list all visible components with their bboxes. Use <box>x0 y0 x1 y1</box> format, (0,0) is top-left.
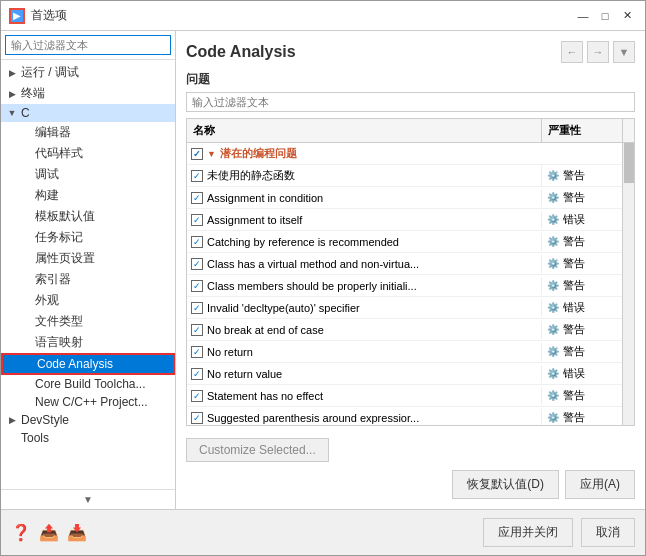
issue-checkbox[interactable] <box>191 170 203 182</box>
sidebar-item-label: Code Analysis <box>37 357 113 371</box>
sidebar-item-label: 终端 <box>21 85 45 102</box>
sidebar-item-run-debug[interactable]: ▶ 运行 / 调试 <box>1 62 175 83</box>
issue-checkbox[interactable] <box>191 192 203 204</box>
issue-name: Assignment to itself <box>207 214 302 226</box>
issue-checkbox[interactable] <box>191 280 203 292</box>
issue-name-cell: Catching by reference is recommended <box>187 233 542 251</box>
sidebar-item-label: 属性页设置 <box>35 250 95 267</box>
table-row: Invalid 'decltype(auto)' specifier ⚙️ 错误 <box>187 297 622 319</box>
sidebar-item-label: 模板默认值 <box>35 208 95 225</box>
issue-checkbox[interactable] <box>191 324 203 336</box>
issue-name: No break at end of case <box>207 324 324 336</box>
group-checkbox[interactable] <box>191 148 203 160</box>
sidebar-item-label: 代码样式 <box>35 145 83 162</box>
apply-button[interactable]: 应用(A) <box>565 470 635 499</box>
scrollbar-thumb[interactable] <box>624 143 634 183</box>
issue-checkbox[interactable] <box>191 236 203 248</box>
spacer-icon <box>19 147 33 161</box>
warning-icon: ⚙️ <box>546 345 560 359</box>
error-icon: ⚙️ <box>546 367 560 381</box>
issue-group-row: ▼ 潜在的编程问题 <box>187 143 622 165</box>
issue-severity-cell: ⚙️ 警告 <box>542 231 622 252</box>
issue-checkbox[interactable] <box>191 214 203 226</box>
sidebar-item-tools[interactable]: Tools <box>1 429 175 447</box>
sidebar-item-task-tags[interactable]: 任务标记 <box>1 227 175 248</box>
warning-icon: ⚙️ <box>546 191 560 205</box>
issue-name-cell: Assignment in condition <box>187 189 542 207</box>
customize-selected-button[interactable]: Customize Selected... <box>186 438 329 462</box>
sidebar-item-code-analysis[interactable]: Code Analysis <box>1 353 175 375</box>
table-row: Suggested parenthesis around expressior.… <box>187 407 622 425</box>
sidebar-item-label: C <box>21 106 30 120</box>
issue-checkbox[interactable] <box>191 346 203 358</box>
issue-checkbox[interactable] <box>191 390 203 402</box>
issues-table: 名称 严重性 ▼ 潜在的编程问题 <box>186 118 635 426</box>
spacer-icon <box>19 336 33 350</box>
table-row: Class has a virtual method and non-virtu… <box>187 253 622 275</box>
panel-title-row: Code Analysis ← → ▼ <box>186 41 635 63</box>
maximize-button[interactable]: □ <box>595 6 615 26</box>
minimize-button[interactable]: — <box>573 6 593 26</box>
sidebar-search-container <box>1 31 175 60</box>
spacer-icon <box>19 315 33 329</box>
apply-close-button[interactable]: 应用并关闭 <box>483 518 573 547</box>
sidebar-item-core-build[interactable]: Core Build Toolcha... <box>1 375 175 393</box>
close-button[interactable]: ✕ <box>617 6 637 26</box>
help-icon[interactable]: ❓ <box>11 523 31 542</box>
issue-checkbox[interactable] <box>191 368 203 380</box>
sidebar-search-input[interactable] <box>5 35 171 55</box>
table-row: 未使用的静态函数 ⚙️ 警告 <box>187 165 622 187</box>
sidebar-item-label: 运行 / 调试 <box>21 64 79 81</box>
sidebar-item-template-defaults[interactable]: 模板默认值 <box>1 206 175 227</box>
sidebar-item-label: 语言映射 <box>35 334 83 351</box>
issue-checkbox[interactable] <box>191 412 203 424</box>
nav-forward-button[interactable]: → <box>587 41 609 63</box>
vertical-scrollbar[interactable] <box>622 143 634 425</box>
sidebar-item-terminal[interactable]: ▶ 终端 <box>1 83 175 104</box>
severity-label: 警告 <box>563 344 585 359</box>
sidebar-item-file-types[interactable]: 文件类型 <box>1 311 175 332</box>
chevron-right-icon: ▶ <box>5 87 19 101</box>
severity-label: 警告 <box>563 322 585 337</box>
sidebar-item-devstyle[interactable]: ▶ DevStyle <box>1 411 175 429</box>
sidebar-item-editor[interactable]: 编辑器 <box>1 122 175 143</box>
severity-label: 警告 <box>563 234 585 249</box>
nav-dropdown-button[interactable]: ▼ <box>613 41 635 63</box>
severity-label: 警告 <box>563 388 585 403</box>
export-icon[interactable]: 📤 <box>39 523 59 542</box>
issue-name: Class members should be properly initial… <box>207 280 417 292</box>
issue-name-cell: Class has a virtual method and non-virtu… <box>187 255 542 273</box>
table-row: Assignment to itself ⚙️ 错误 <box>187 209 622 231</box>
sidebar-item-debug[interactable]: 调试 <box>1 164 175 185</box>
issue-name: Catching by reference is recommended <box>207 236 399 248</box>
issues-filter-input[interactable] <box>186 92 635 112</box>
sidebar-item-new-cpp[interactable]: New C/C++ Project... <box>1 393 175 411</box>
issue-name: Class has a virtual method and non-virtu… <box>207 258 419 270</box>
sidebar-item-code-style[interactable]: 代码样式 <box>1 143 175 164</box>
sidebar-item-c[interactable]: ▼ C <box>1 104 175 122</box>
sidebar-item-language[interactable]: 语言映射 <box>1 332 175 353</box>
spacer-icon <box>19 294 33 308</box>
issue-name-cell: No return <box>187 343 542 361</box>
issue-checkbox[interactable] <box>191 302 203 314</box>
severity-label: 警告 <box>563 410 585 425</box>
table-row: No return ⚙️ 警告 <box>187 341 622 363</box>
spacer-icon <box>19 189 33 203</box>
cancel-button[interactable]: 取消 <box>581 518 635 547</box>
issue-name-cell: Assignment to itself <box>187 211 542 229</box>
spacer-icon <box>21 357 35 371</box>
sidebar-item-property-pages[interactable]: 属性页设置 <box>1 248 175 269</box>
restore-defaults-button[interactable]: 恢复默认值(D) <box>452 470 559 499</box>
import-icon[interactable]: 📥 <box>67 523 87 542</box>
sidebar-item-build[interactable]: 构建 <box>1 185 175 206</box>
sidebar-item-indexer[interactable]: 索引器 <box>1 269 175 290</box>
issue-name-cell: 未使用的静态函数 <box>187 165 542 186</box>
issues-table-scroll[interactable]: ▼ 潜在的编程问题 未使用的静态函数 ⚙️ 警告 <box>187 143 622 425</box>
severity-label: 错误 <box>563 300 585 315</box>
warning-icon: ⚙️ <box>546 235 560 249</box>
issue-name: Statement has no effect <box>207 390 323 402</box>
sidebar-item-appearance[interactable]: 外观 <box>1 290 175 311</box>
nav-back-button[interactable]: ← <box>561 41 583 63</box>
issue-checkbox[interactable] <box>191 258 203 270</box>
sidebar-scroll-arrow[interactable]: ▼ <box>1 489 175 509</box>
